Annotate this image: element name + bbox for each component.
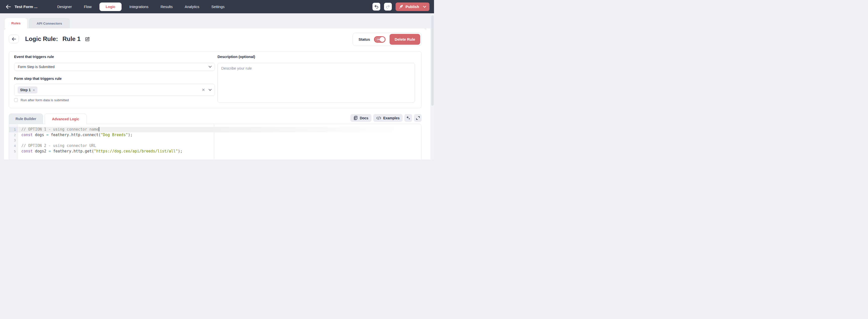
line-number: 1	[9, 127, 18, 132]
chevron-down-icon	[209, 66, 212, 68]
line-number: 5	[9, 149, 18, 154]
multiselect-controls: ✕	[202, 88, 212, 92]
code-brackets-icon	[376, 116, 381, 120]
nav-tab-flow[interactable]: Flow	[80, 2, 96, 11]
step-chip: Step 1 ×	[18, 87, 37, 93]
tab-rule-builder[interactable]: Rule Builder	[9, 114, 43, 124]
code-token-keyword: const	[21, 133, 33, 137]
code-token-comment: // OPTION 2 - using connector URL	[21, 143, 96, 148]
run-after-checkbox[interactable]	[14, 98, 18, 102]
code-token-keyword: const	[21, 149, 33, 154]
redo-icon	[386, 5, 390, 9]
status-label: Status	[359, 37, 370, 41]
nav-tab-integrations[interactable]: Integrations	[125, 2, 153, 11]
description-label: Description (optional)	[217, 55, 255, 59]
ai-assist-button[interactable]	[404, 114, 412, 122]
line-number-gutter: 12345	[9, 124, 18, 160]
code-token-plain: dogs2	[33, 149, 49, 154]
chip-remove-icon[interactable]: ×	[33, 88, 35, 92]
docs-label: Docs	[360, 116, 368, 120]
expand-icon	[416, 116, 420, 120]
sparkles-icon	[406, 116, 410, 120]
rules-content-card: Logic Rule: Rule 1 Status ON Delete Rule…	[4, 28, 426, 160]
code-line[interactable]: // OPTION 2 - using connector URL	[18, 143, 422, 149]
run-after-row: Run after form data is submitted	[14, 98, 69, 102]
event-select-value: Form Step is Submitted	[18, 65, 55, 69]
rule-back-button[interactable]	[9, 35, 19, 43]
tab-api-connectors[interactable]: API Connectors	[29, 18, 69, 28]
code-token-string: "Dog Breeds"	[101, 133, 128, 137]
rule-name: Rule 1	[63, 35, 81, 42]
description-input[interactable]	[217, 63, 415, 103]
toggle-knob	[380, 37, 385, 42]
line-number: 3	[9, 138, 18, 143]
logic-editor-tabs: Rule Builder Advanced Logic	[9, 114, 87, 124]
undo-icon	[374, 5, 378, 9]
trigger-settings-card: Event that triggers rule Form Step is Su…	[9, 51, 422, 108]
code-editor-surface[interactable]: 12345 // OPTION 1 - using connector name…	[9, 124, 422, 160]
tab-rules[interactable]: Rules	[5, 18, 27, 28]
nav-tab-designer[interactable]: Designer	[53, 2, 76, 11]
nav-tab-logic[interactable]: Logic	[99, 2, 122, 11]
event-label: Event that triggers rule	[14, 55, 54, 59]
code-editor[interactable]: 12345 // OPTION 1 - using connector name…	[9, 124, 422, 160]
code-token-plain: feathery.http.get(	[51, 149, 94, 154]
delete-rule-button[interactable]: Delete Rule	[390, 34, 420, 45]
step-label: Form step that triggers rule	[14, 76, 62, 81]
top-nav: Test Form ... Designer Flow Logic Integr…	[0, 0, 434, 13]
chevron-down-icon[interactable]	[209, 89, 212, 91]
step-multiselect[interactable]: Step 1 × ✕	[14, 84, 215, 96]
line-number: 4	[9, 143, 18, 149]
code-toolbar: Docs Examples	[350, 114, 422, 122]
page-scrollbar[interactable]	[431, 13, 434, 160]
scrollbar-thumb[interactable]	[431, 15, 434, 106]
publish-chevron-icon	[423, 6, 426, 8]
edit-rule-name-icon[interactable]	[85, 37, 90, 41]
nav-back-button[interactable]	[4, 3, 12, 10]
status-box: Status ON Delete Rule	[352, 33, 422, 46]
code-token-plain: dogs	[33, 133, 46, 137]
clear-all-icon[interactable]: ✕	[202, 88, 205, 92]
page-tabs: Rules API Connectors	[5, 18, 69, 28]
publish-label: Publish	[405, 4, 419, 9]
code-line[interactable]: const dogs = feathery.http.connect("Dog …	[18, 132, 422, 138]
text-cursor	[99, 127, 99, 131]
code-token-plain: feathery.http.connect(	[49, 133, 101, 137]
line-number: 2	[9, 132, 18, 138]
status-toggle[interactable]: ON	[374, 36, 385, 43]
publish-button[interactable]: Publish	[396, 2, 430, 11]
docs-icon	[353, 116, 358, 120]
nav-tab-analytics[interactable]: Analytics	[180, 2, 204, 11]
rocket-icon	[399, 4, 403, 9]
code-token-plain: );	[128, 133, 132, 137]
nav-tab-results[interactable]: Results	[156, 2, 177, 11]
rule-heading: Logic Rule: Rule 1	[25, 35, 90, 42]
code-lines[interactable]: // OPTION 1 - using connector nameconst …	[18, 124, 422, 154]
code-token-string: "https://dog.ceo/api/breeds/list/all"	[94, 149, 178, 154]
back-arrow-icon	[5, 4, 11, 9]
code-token-comment: // OPTION 1 - using connector name	[21, 127, 98, 132]
rule-heading-prefix: Logic Rule:	[25, 35, 58, 42]
nav-tabs: Designer Flow Logic Integrations Results…	[53, 2, 229, 11]
code-line[interactable]: const dogs2 = feathery.http.get("https:/…	[18, 149, 422, 154]
redo-button[interactable]	[384, 3, 392, 10]
nav-actions: Publish	[372, 2, 430, 11]
run-after-label: Run after form data is submitted	[21, 98, 69, 102]
event-select[interactable]: Form Step is Submitted	[14, 63, 215, 71]
code-token-plain: );	[178, 149, 182, 154]
form-title: Test Form ...	[14, 4, 37, 9]
step-chip-label: Step 1	[20, 88, 31, 92]
code-line[interactable]	[18, 138, 422, 143]
examples-button[interactable]: Examples	[373, 114, 403, 122]
expand-editor-button[interactable]	[414, 114, 422, 122]
nav-tab-settings[interactable]: Settings	[207, 2, 229, 11]
code-line[interactable]: // OPTION 1 - using connector name	[18, 127, 422, 132]
back-arrow-icon	[11, 37, 16, 41]
undo-button[interactable]	[372, 3, 380, 10]
tab-advanced-logic[interactable]: Advanced Logic	[44, 114, 87, 124]
docs-button[interactable]: Docs	[350, 114, 371, 122]
card-right-gap	[426, 28, 431, 160]
examples-label: Examples	[383, 116, 400, 120]
